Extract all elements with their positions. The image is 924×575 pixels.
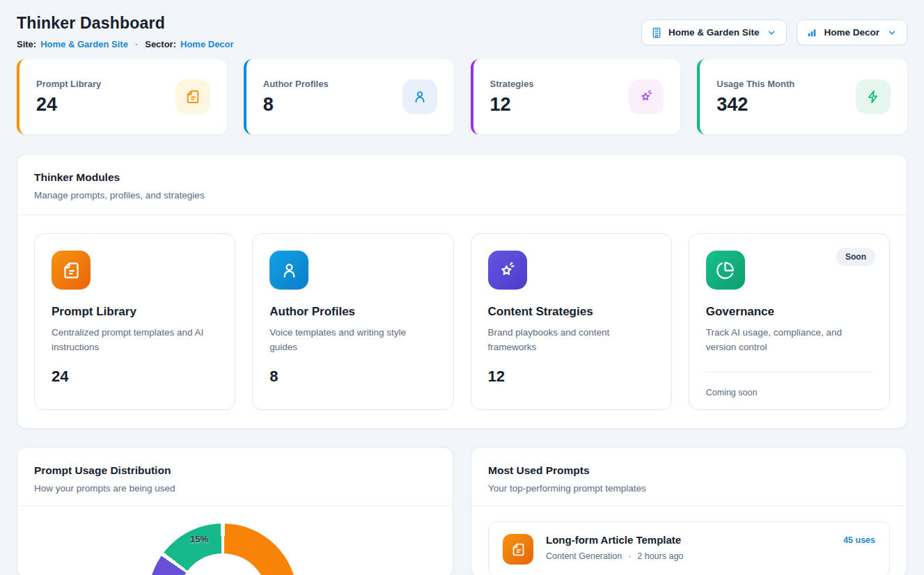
stat-text: Prompt Library 24 xyxy=(36,79,101,116)
bottom-row: Prompt Usage Distribution How your promp… xyxy=(17,447,907,575)
donut-segment-label: 15% xyxy=(190,534,208,544)
module-card-content-strategies[interactable]: Content Strategies Brand playbooks and c… xyxy=(471,233,672,410)
stat-value: 8 xyxy=(263,94,329,116)
stats-row: Prompt Library 24 Author Profiles 8 Stra… xyxy=(17,59,907,134)
header-actions: Home & Garden Site Home Decor xyxy=(641,19,907,45)
stat-card-prompt-library: Prompt Library 24 xyxy=(17,59,227,134)
dashboard-page: Thinker Dashboard Site: Home & Garden Si… xyxy=(0,0,924,575)
prompt-item-category: Content Generation xyxy=(546,551,622,561)
most-used-prompts-title: Most Used Prompts xyxy=(488,464,890,477)
modules-panel-header: Thinker Modules Manage prompts, profiles… xyxy=(17,155,907,215)
site-selector-dropdown[interactable]: Home & Garden Site xyxy=(641,19,788,45)
stat-label: Usage This Month xyxy=(717,79,794,89)
usage-distribution-title: Prompt Usage Distribution xyxy=(34,464,436,477)
usage-distribution-header: Prompt Usage Distribution How your promp… xyxy=(17,448,453,506)
module-title: Content Strategies xyxy=(488,305,655,319)
modules-grid: Prompt Library Centralized prompt templa… xyxy=(17,215,907,428)
most-used-prompts-card: Most Used Prompts Your top-performing pr… xyxy=(471,447,907,575)
module-count: 24 xyxy=(52,368,218,386)
page-header: Thinker Dashboard Site: Home & Garden Si… xyxy=(17,14,907,49)
prompt-item-title: Long-form Article Template xyxy=(546,534,831,546)
stat-text: Usage This Month 342 xyxy=(717,79,794,116)
thinker-modules-panel: Thinker Modules Manage prompts, profiles… xyxy=(17,154,907,429)
module-card-governance[interactable]: Soon Governance Track AI usage, complian… xyxy=(689,233,890,410)
document-icon xyxy=(175,79,210,114)
sector-link[interactable]: Home Decor xyxy=(180,39,234,49)
coming-soon-text: Coming soon xyxy=(706,388,872,397)
chevron-down-icon xyxy=(767,28,776,38)
usage-distribution-card: Prompt Usage Distribution How your promp… xyxy=(17,447,453,575)
stat-card-usage: Usage This Month 342 xyxy=(697,59,907,134)
stat-text: Strategies 12 xyxy=(490,79,534,116)
user-icon xyxy=(269,251,308,290)
stat-value: 24 xyxy=(36,94,101,116)
prompt-list: Long-form Article Template Content Gener… xyxy=(471,506,907,575)
document-icon xyxy=(503,534,533,565)
modules-subtitle: Manage prompts, profiles, and strategies xyxy=(34,190,890,200)
breadcrumb-separator: · xyxy=(135,39,138,49)
most-used-prompts-subtitle: Your top-performing prompt templates xyxy=(488,483,890,494)
module-card-author-profiles[interactable]: Author Profiles Voice templates and writ… xyxy=(252,233,453,410)
divider xyxy=(706,372,872,372)
sector-label: Sector: xyxy=(145,39,176,49)
stat-text: Author Profiles 8 xyxy=(263,79,329,116)
page-title: Thinker Dashboard xyxy=(17,14,234,33)
site-selector-label: Home & Garden Site xyxy=(668,27,760,38)
prompt-item-uses: 45 uses xyxy=(843,535,875,545)
header-left: Thinker Dashboard Site: Home & Garden Si… xyxy=(17,14,234,49)
usage-distribution-subtitle: How your prompts are being used xyxy=(34,483,436,494)
sector-selector-label: Home Decor xyxy=(824,27,879,38)
pie-chart-icon xyxy=(706,251,745,290)
module-title: Author Profiles xyxy=(269,305,436,319)
prompt-item-meta: Content Generation · 2 hours ago xyxy=(546,551,831,561)
prompt-item-time: 2 hours ago xyxy=(637,551,683,561)
meta-separator: · xyxy=(628,551,631,561)
building-icon xyxy=(651,27,662,38)
stat-card-author-profiles: Author Profiles 8 xyxy=(244,59,454,134)
chevron-down-icon xyxy=(887,28,897,38)
module-description: Track AI usage, compliance, and version … xyxy=(706,326,872,355)
zap-icon xyxy=(856,79,891,114)
modules-title: Thinker Modules xyxy=(34,171,890,184)
module-title: Prompt Library xyxy=(52,305,218,319)
donut-chart: 15% xyxy=(17,506,453,575)
soon-badge: Soon xyxy=(836,248,875,266)
most-used-prompts-header: Most Used Prompts Your top-performing pr… xyxy=(471,448,907,506)
star-icon xyxy=(488,251,527,290)
stat-label: Strategies xyxy=(490,79,534,89)
module-description: Centralized prompt templates and AI inst… xyxy=(52,326,218,355)
module-count: 8 xyxy=(269,368,436,386)
bar-chart-icon xyxy=(806,27,817,38)
stat-value: 342 xyxy=(717,94,794,116)
breadcrumb: Site: Home & Garden Site · Sector: Home … xyxy=(17,39,234,49)
site-label: Site: xyxy=(17,39,36,49)
document-icon xyxy=(52,251,91,290)
module-title: Governance xyxy=(706,305,872,319)
module-description: Brand playbooks and content frameworks xyxy=(488,326,655,355)
module-card-prompt-library[interactable]: Prompt Library Centralized prompt templa… xyxy=(34,233,235,410)
stat-label: Prompt Library xyxy=(36,79,101,89)
stat-card-strategies: Strategies 12 xyxy=(471,59,681,134)
stat-label: Author Profiles xyxy=(263,79,329,89)
module-description: Voice templates and writing style guides xyxy=(269,326,436,355)
prompt-item-body: Long-form Article Template Content Gener… xyxy=(546,534,831,561)
stat-value: 12 xyxy=(490,94,534,116)
user-icon xyxy=(402,79,437,114)
star-icon xyxy=(629,79,664,114)
sector-selector-dropdown[interactable]: Home Decor xyxy=(797,19,907,45)
site-link[interactable]: Home & Garden Site xyxy=(40,39,128,49)
module-count: 12 xyxy=(488,368,655,386)
prompt-list-item[interactable]: Long-form Article Template Content Gener… xyxy=(488,521,890,575)
